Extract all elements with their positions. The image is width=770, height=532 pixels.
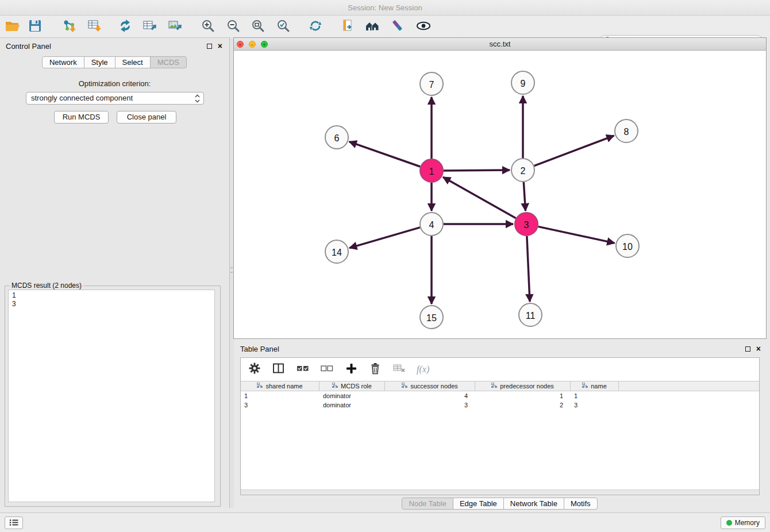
show-column-button[interactable] <box>272 363 286 376</box>
tab-mcds[interactable]: MCDS <box>150 56 187 68</box>
table-horizontal-scrollbar[interactable] <box>241 489 759 495</box>
float-panel-icon[interactable] <box>745 346 750 352</box>
graph-edge-3-1[interactable] <box>443 177 516 218</box>
close-panel-button[interactable]: Close panel <box>117 111 176 124</box>
task-history-button[interactable] <box>5 516 23 529</box>
tab-node-table[interactable]: Node Table <box>402 498 453 510</box>
zoom-in-button[interactable] <box>199 18 217 36</box>
export-network-button[interactable] <box>117 18 134 36</box>
open-session-button[interactable] <box>4 18 21 36</box>
tab-motifs[interactable]: Motifs <box>564 498 598 510</box>
delete-column-button[interactable] <box>368 363 382 376</box>
table-header-row: shared nameMCDS rolesuccessor nodesprede… <box>241 381 759 391</box>
graph-edge-3-10[interactable] <box>538 226 615 243</box>
tab-style[interactable]: Style <box>84 56 116 68</box>
tab-network[interactable]: Network <box>42 56 84 68</box>
graph-node-3[interactable]: 3 <box>515 213 538 236</box>
folder-open-icon <box>5 20 20 34</box>
tab-edge-table[interactable]: Edge Table <box>453 498 504 510</box>
table-cell[interactable]: 1 <box>571 391 619 400</box>
toggle-visibility-button[interactable] <box>415 18 432 36</box>
table-settings-button[interactable] <box>248 363 261 376</box>
table-row[interactable]: 3dominator323 <box>241 400 759 410</box>
close-window-icon[interactable]: × <box>237 41 244 48</box>
table-cell[interactable]: 3 <box>385 400 475 410</box>
graph-node-6[interactable]: 6 <box>325 126 348 149</box>
zoom-selected-button[interactable] <box>275 18 292 36</box>
mcds-result-group: MCDS result (2 nodes) 1 3 <box>5 282 221 507</box>
import-table-button[interactable] <box>86 18 103 36</box>
close-panel-icon[interactable]: × <box>218 41 222 51</box>
graph-edge-2-3[interactable] <box>523 182 525 211</box>
graph-node-8[interactable]: 8 <box>615 119 638 142</box>
table-row[interactable]: 1dominator411 <box>241 391 759 400</box>
network-canvas[interactable]: 7968124314101511 <box>234 51 766 338</box>
table-cell[interactable]: 1 <box>241 391 319 400</box>
network-window-titlebar[interactable]: × − + scc.txt <box>234 38 766 51</box>
column-header-label: shared name <box>265 383 302 390</box>
column-header-successor-nodes[interactable]: successor nodes <box>385 381 475 391</box>
column-header-name[interactable]: name <box>571 381 619 391</box>
run-mcds-button[interactable]: Run MCDS <box>54 111 109 124</box>
column-header-mcds-role[interactable]: MCDS role <box>319 381 385 391</box>
float-panel-icon[interactable] <box>207 44 212 49</box>
svg-text:14: 14 <box>332 248 342 257</box>
clone-network-button[interactable] <box>339 18 356 36</box>
optimization-criterion-label: Optimization criterion: <box>0 79 229 88</box>
table-cell[interactable]: 3 <box>241 400 319 410</box>
graph-node-4[interactable]: 4 <box>420 213 443 236</box>
deselect-all-rows-button[interactable] <box>320 363 334 376</box>
zoom-out-button[interactable] <box>225 18 242 36</box>
graph-node-11[interactable]: 11 <box>519 303 542 326</box>
network-window-title: scc.txt <box>490 40 511 48</box>
splitter-grip-icon <box>230 267 233 273</box>
zoom-fit-button[interactable] <box>249 18 267 36</box>
memory-button[interactable]: Memory <box>721 516 765 529</box>
table-cell[interactable]: 3 <box>571 400 619 410</box>
column-header-shared-name[interactable]: shared name <box>241 381 319 391</box>
table-cell[interactable]: dominator <box>319 400 385 410</box>
minimize-window-icon[interactable]: − <box>249 41 256 48</box>
graph-edge-4-14[interactable] <box>349 228 420 248</box>
graph-node-1[interactable]: 1 <box>420 159 443 182</box>
add-column-button[interactable] <box>344 363 358 376</box>
table-cell[interactable]: 1 <box>475 391 571 400</box>
export-table-icon <box>143 19 157 35</box>
maximize-window-icon[interactable]: + <box>261 41 268 48</box>
column-header-predecessor-nodes[interactable]: predecessor nodes <box>475 381 571 391</box>
table-cell[interactable]: 4 <box>385 391 475 400</box>
tab-network-table[interactable]: Network Table <box>503 498 564 510</box>
import-network-button[interactable] <box>60 18 78 36</box>
column-header-label: successor nodes <box>410 383 458 390</box>
network-window: × − + scc.txt 7968124314101511 <box>233 37 767 339</box>
apply-style-button[interactable] <box>389 18 406 36</box>
graph-node-15[interactable]: 15 <box>420 306 443 329</box>
graph-edge-1-6[interactable] <box>349 142 421 167</box>
graph-node-9[interactable]: 9 <box>511 71 534 94</box>
table-delete-icon <box>393 363 406 376</box>
home-view-button[interactable] <box>364 18 381 36</box>
table-panel: Table Panel × <box>233 343 767 511</box>
select-all-rows-button[interactable] <box>296 363 310 376</box>
export-image-button[interactable] <box>167 18 184 36</box>
table-toolbar: f(x) <box>241 358 759 381</box>
graph-node-14[interactable]: 14 <box>325 240 348 263</box>
optimization-criterion-dropdown[interactable]: strongly connected component <box>26 92 204 105</box>
column-type-icon <box>257 383 263 390</box>
table-cell[interactable]: dominator <box>319 391 385 400</box>
graph-node-10[interactable]: 10 <box>616 234 639 257</box>
export-table-button[interactable] <box>141 18 159 36</box>
graph-edge-3-11[interactable] <box>527 236 530 302</box>
graph-edge-2-8[interactable] <box>534 136 614 166</box>
refresh-layout-button[interactable] <box>307 18 324 36</box>
graph-node-7[interactable]: 7 <box>420 72 443 95</box>
graph-node-2[interactable]: 2 <box>511 159 534 182</box>
mcds-result-text[interactable]: 1 3 <box>8 290 215 502</box>
graph-edge-1-2[interactable] <box>444 170 510 171</box>
unchecked-boxes-icon <box>321 364 333 375</box>
close-panel-icon[interactable]: × <box>756 344 761 353</box>
save-session-button[interactable] <box>26 18 44 36</box>
tab-select[interactable]: Select <box>115 56 151 68</box>
table-cell[interactable]: 2 <box>475 400 571 410</box>
table-tabs: Node TableEdge TableNetwork TableMotifs <box>233 498 767 510</box>
